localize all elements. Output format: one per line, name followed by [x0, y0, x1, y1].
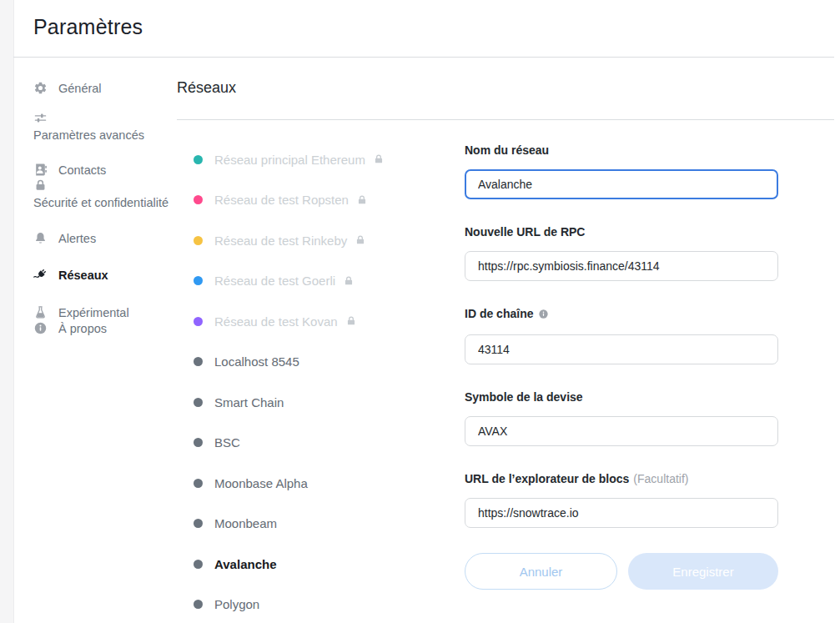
field-label: Symbole de la devise	[465, 390, 583, 404]
network-list-item[interactable]: Avalanche	[194, 544, 444, 585]
network-color-dot	[194, 519, 203, 528]
field-label: Nouvelle URL de RPC	[465, 225, 585, 239]
network-color-dot	[194, 155, 203, 164]
sliders-icon	[33, 111, 169, 126]
bell-icon	[33, 231, 48, 247]
form-field: URL de l’explorateur de blocs(Facultatif…	[465, 471, 778, 528]
lock-icon	[343, 275, 355, 287]
sidebar-item[interactable]: Général	[33, 81, 169, 97]
sidebar-item[interactable]: Réseaux	[33, 268, 169, 284]
form-field: Symbole de la devise	[465, 389, 778, 446]
sidebar-item-label: Alertes	[58, 232, 96, 245]
network-color-dot	[194, 600, 203, 609]
contacts-icon	[33, 163, 48, 178]
field-label: ID de chaîne	[465, 307, 533, 320]
form-text-input[interactable]	[465, 334, 778, 364]
sidebar-item-label: Contacts	[58, 163, 106, 177]
form-text-input[interactable]	[465, 498, 778, 528]
network-label: Smart Chain	[214, 395, 284, 409]
network-color-dot	[194, 357, 203, 366]
network-color-dot	[194, 438, 203, 447]
form-field: Nouvelle URL de RPC	[465, 224, 778, 281]
sidebar-item[interactable]: À propos	[33, 321, 169, 337]
network-list-item[interactable]: Moonbase Alpha	[194, 463, 444, 504]
network-form-fields: Nom du réseau Nouvelle URL de RPC ID de …	[465, 143, 778, 528]
plug-icon	[33, 268, 48, 284]
network-list-item[interactable]: Réseau principal Ethereum	[194, 139, 444, 180]
network-color-dot	[194, 195, 203, 204]
save-button[interactable]: Enregistrer	[628, 553, 778, 590]
network-list-item[interactable]: Polygon	[194, 585, 444, 623]
network-label: Réseau principal Ethereum	[214, 153, 365, 167]
sidebar-item-label: Réseaux	[58, 269, 108, 282]
sidebar-item-label: À propos	[58, 322, 107, 335]
field-label: URL de l’explorateur de blocs	[465, 472, 629, 485]
network-list: Réseau principal Ethereum Réseau de test…	[194, 139, 444, 623]
lock-icon	[373, 153, 385, 165]
field-label: Nom du réseau	[465, 143, 549, 157]
network-list-item[interactable]: Smart Chain	[194, 382, 444, 423]
flask-icon	[33, 305, 48, 321]
network-list-item[interactable]: BSC	[194, 423, 444, 464]
network-label: Polygon	[214, 597, 259, 611]
sidebar-item[interactable]: Alertes	[33, 231, 169, 247]
form-field: ID de chaîne	[465, 306, 778, 364]
form-text-input[interactable]	[465, 416, 778, 446]
lock-icon	[33, 178, 169, 193]
network-label: Moonbeam	[214, 516, 277, 530]
sidebar-item[interactable]: Contacts	[33, 163, 169, 178]
network-list-item[interactable]: Réseau de test Kovan	[194, 301, 444, 342]
sidebar-item-label: Expérimental	[58, 306, 129, 319]
page-background-strip	[0, 0, 14, 623]
gear-icon	[33, 81, 48, 97]
network-label: BSC	[214, 435, 240, 450]
sidebar-item[interactable]: Expérimental	[33, 305, 169, 321]
cancel-button[interactable]: Annuler	[465, 553, 617, 590]
network-list-item[interactable]: Moonbeam	[194, 504, 444, 545]
network-list-item[interactable]: Réseau de test Ropsten	[194, 180, 444, 221]
network-list-item[interactable]: Réseau de test Rinkeby	[194, 220, 444, 261]
network-label: Localhost 8545	[214, 354, 299, 369]
settings-sidebar: Général Paramètres avancés Contacts Sécu…	[33, 81, 169, 337]
network-label: Réseau de test Rinkeby	[214, 234, 347, 248]
field-label-suffix: (Facultatif)	[633, 472, 688, 485]
sidebar-item-label: Général	[58, 82, 102, 95]
network-color-dot	[194, 479, 203, 488]
form-field: Nom du réseau	[465, 143, 778, 199]
networks-heading: Réseaux	[177, 79, 236, 97]
network-list-item[interactable]: Localhost 8545	[194, 342, 444, 383]
form-text-input[interactable]	[465, 169, 778, 199]
page-title: Paramètres	[33, 15, 143, 39]
network-color-dot	[194, 317, 203, 326]
lock-icon	[356, 194, 368, 206]
info-icon[interactable]	[538, 308, 549, 323]
network-label: Réseau de test Goerli	[214, 274, 335, 288]
network-color-dot	[194, 560, 203, 569]
networks-divider	[177, 119, 834, 120]
sidebar-item-label: Paramètres avancés	[33, 128, 144, 142]
form-actions: Annuler Enregistrer	[465, 553, 778, 590]
network-label: Réseau de test Kovan	[214, 314, 338, 329]
lock-icon	[355, 234, 366, 246]
network-form: Nom du réseau Nouvelle URL de RPC ID de …	[465, 143, 778, 590]
sidebar-item[interactable]: Sécurité et confidentialité	[33, 178, 169, 211]
network-color-dot	[194, 276, 203, 285]
network-label: Avalanche	[214, 557, 276, 571]
network-label: Moonbase Alpha	[214, 476, 308, 490]
network-color-dot	[194, 236, 203, 245]
network-label: Réseau de test Ropsten	[214, 193, 349, 207]
network-color-dot	[194, 398, 203, 407]
sidebar-item-label: Sécurité et confidentialité	[33, 196, 169, 209]
sidebar-item[interactable]: Paramètres avancés	[33, 111, 169, 143]
info-icon	[33, 321, 48, 337]
form-text-input[interactable]	[465, 251, 778, 281]
network-list-item[interactable]: Réseau de test Goerli	[194, 261, 444, 302]
lock-icon	[345, 315, 357, 327]
header-divider	[13, 57, 834, 58]
